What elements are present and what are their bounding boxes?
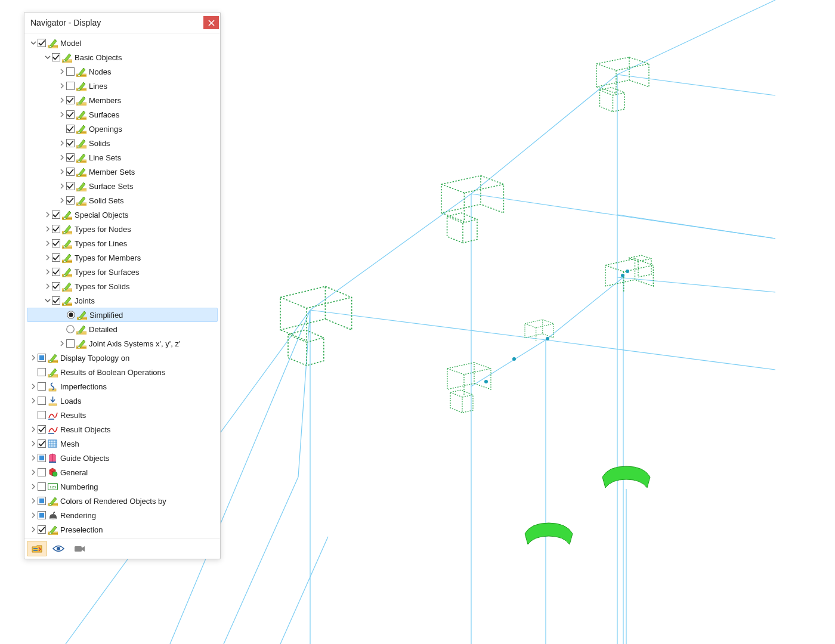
twisty-presel[interactable] bbox=[29, 527, 38, 532]
tree-item-lines[interactable]: Lines bbox=[27, 79, 218, 93]
twisty-members[interactable] bbox=[58, 97, 66, 103]
twisty-nodes[interactable] bbox=[58, 69, 66, 75]
twisty-tlines[interactable] bbox=[44, 240, 52, 246]
tree-item-tsurfaces[interactable]: Types for Surfaces bbox=[27, 265, 218, 279]
checkbox-tmembers[interactable] bbox=[52, 253, 60, 262]
tree-item-presel[interactable]: Preselection bbox=[27, 522, 218, 537]
checkbox-solidsets[interactable] bbox=[66, 196, 75, 205]
checkbox-guide[interactable] bbox=[38, 454, 46, 462]
checkbox-robj[interactable] bbox=[38, 425, 46, 434]
tree-item-solids[interactable]: Solids bbox=[27, 136, 218, 150]
tree-item-results[interactable]: Results bbox=[27, 408, 218, 422]
tree-item-membersets[interactable]: Member Sets bbox=[27, 165, 218, 179]
checkbox-colors[interactable] bbox=[38, 497, 46, 505]
tree-item-guide[interactable]: Guide Objects bbox=[27, 451, 218, 465]
checkbox-jointaxis[interactable] bbox=[66, 339, 75, 348]
twisty-model[interactable] bbox=[29, 40, 38, 46]
twisty-colors[interactable] bbox=[29, 498, 38, 504]
checkbox-numbering[interactable] bbox=[38, 482, 46, 491]
twisty-topo[interactable] bbox=[29, 355, 38, 361]
checkbox-joints[interactable] bbox=[52, 296, 60, 305]
tree-item-linesets[interactable]: Line Sets bbox=[27, 150, 218, 165]
twisty-joints[interactable] bbox=[44, 298, 52, 304]
tree-item-special[interactable]: Special Objects bbox=[27, 208, 218, 222]
tree-item-mesh[interactable]: Mesh bbox=[27, 436, 218, 451]
footer-tab-camera[interactable] bbox=[70, 541, 90, 556]
twisty-mesh[interactable] bbox=[29, 441, 38, 447]
tree-item-loads[interactable]: Loads bbox=[27, 394, 218, 408]
twisty-solids[interactable] bbox=[58, 140, 66, 146]
checkbox-solids[interactable] bbox=[66, 139, 75, 147]
twisty-lines[interactable] bbox=[58, 83, 66, 89]
tree-item-detailed[interactable]: Detailed bbox=[27, 322, 218, 336]
checkbox-tsolids[interactable] bbox=[52, 282, 60, 290]
checkbox-basic[interactable] bbox=[52, 53, 60, 61]
tree-item-openings[interactable]: Openings bbox=[27, 122, 218, 136]
checkbox-presel[interactable] bbox=[38, 525, 46, 534]
checkbox-membersets[interactable] bbox=[66, 168, 75, 176]
footer-tab-project[interactable] bbox=[27, 541, 47, 556]
checkbox-lines[interactable] bbox=[66, 82, 75, 90]
tree-item-tsolids[interactable]: Types for Solids bbox=[27, 279, 218, 293]
checkbox-topo[interactable] bbox=[38, 354, 46, 362]
checkbox-tnodes[interactable] bbox=[52, 225, 60, 233]
checkbox-openings[interactable] bbox=[66, 125, 75, 133]
tree-item-tmembers[interactable]: Types for Members bbox=[27, 250, 218, 265]
checkbox-imperf[interactable] bbox=[38, 382, 46, 391]
tree-item-general[interactable]: General bbox=[27, 465, 218, 479]
twisty-jointaxis[interactable] bbox=[58, 340, 66, 346]
twisty-surfacesets[interactable] bbox=[58, 183, 66, 189]
twisty-tsurfaces[interactable] bbox=[44, 269, 52, 275]
twisty-solidsets[interactable] bbox=[58, 197, 66, 203]
checkbox-members[interactable] bbox=[66, 96, 75, 104]
tree-item-rendering[interactable]: Rendering bbox=[27, 508, 218, 522]
twisty-basic[interactable] bbox=[44, 54, 52, 60]
tree-item-topo[interactable]: Display Topology on bbox=[27, 351, 218, 365]
checkbox-special[interactable] bbox=[52, 210, 60, 219]
checkbox-mesh[interactable] bbox=[38, 439, 46, 448]
tree-item-simplified[interactable]: Simplified bbox=[27, 308, 218, 322]
tree-item-surfacesets[interactable]: Surface Sets bbox=[27, 179, 218, 193]
twisty-general[interactable] bbox=[29, 469, 38, 475]
radio-simplified[interactable] bbox=[67, 311, 75, 319]
tree-item-joints[interactable]: Joints bbox=[27, 293, 218, 308]
tree-item-tnodes[interactable]: Types for Nodes bbox=[27, 222, 218, 236]
tree-item-robj[interactable]: Result Objects bbox=[27, 422, 218, 436]
tree-item-nodes[interactable]: Nodes bbox=[27, 64, 218, 79]
checkbox-tlines[interactable] bbox=[52, 239, 60, 247]
checkbox-results[interactable] bbox=[38, 411, 46, 419]
close-button[interactable] bbox=[203, 16, 219, 29]
twisty-surfaces[interactable] bbox=[58, 112, 66, 117]
checkbox-general[interactable] bbox=[38, 468, 46, 476]
twisty-tmembers[interactable] bbox=[44, 255, 52, 261]
tree-item-surfaces[interactable]: Surfaces bbox=[27, 107, 218, 122]
checkbox-loads[interactable] bbox=[38, 397, 46, 405]
twisty-tsolids[interactable] bbox=[44, 283, 52, 289]
tree-item-solidsets[interactable]: Solid Sets bbox=[27, 193, 218, 208]
twisty-special[interactable] bbox=[44, 212, 52, 218]
radio-detailed[interactable] bbox=[66, 325, 75, 333]
checkbox-tsurfaces[interactable] bbox=[52, 268, 60, 276]
twisty-robj[interactable] bbox=[29, 426, 38, 432]
footer-tab-view[interactable] bbox=[48, 541, 69, 556]
twisty-membersets[interactable] bbox=[58, 169, 66, 175]
tree-item-boolres[interactable]: Results of Boolean Operations bbox=[27, 365, 218, 379]
checkbox-surfaces[interactable] bbox=[66, 110, 75, 119]
twisty-tnodes[interactable] bbox=[44, 226, 52, 232]
twisty-guide[interactable] bbox=[29, 455, 38, 461]
tree-item-jointaxis[interactable]: Joint Axis Systems x', y', z' bbox=[27, 336, 218, 351]
twisty-linesets[interactable] bbox=[58, 154, 66, 160]
tree-item-basic[interactable]: Basic Objects bbox=[27, 50, 218, 64]
tree-item-model[interactable]: Model bbox=[27, 36, 218, 50]
display-tree[interactable]: ModelBasic ObjectsNodesLinesMembersSurfa… bbox=[24, 33, 220, 538]
twisty-imperf[interactable] bbox=[29, 383, 38, 389]
tree-item-imperf[interactable]: Imperfections bbox=[27, 379, 218, 394]
twisty-loads[interactable] bbox=[29, 398, 38, 404]
twisty-rendering[interactable] bbox=[29, 512, 38, 518]
tree-item-members[interactable]: Members bbox=[27, 93, 218, 107]
checkbox-surfacesets[interactable] bbox=[66, 182, 75, 190]
tree-item-tlines[interactable]: Types for Lines bbox=[27, 236, 218, 250]
checkbox-rendering[interactable] bbox=[38, 511, 46, 519]
tree-item-numbering[interactable]: Numbering bbox=[27, 479, 218, 494]
tree-item-colors[interactable]: Colors of Rendered Objects by bbox=[27, 494, 218, 508]
